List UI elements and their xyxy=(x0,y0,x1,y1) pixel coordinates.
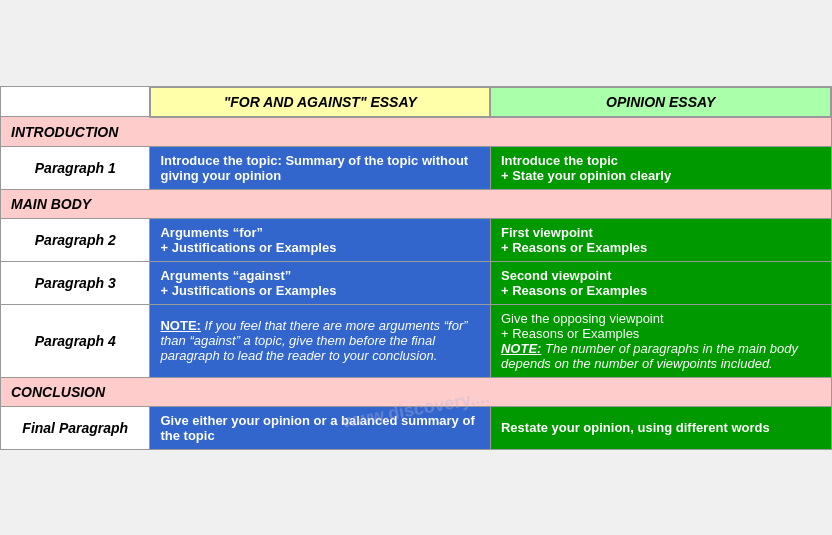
section-main-body: MAIN BODY xyxy=(1,189,832,218)
para-3-opinion-line1: Second viewpoint xyxy=(501,268,612,283)
final-para-opinion: Restate your opinion, using different wo… xyxy=(490,406,831,449)
para-1-opinion-line2: + State your opinion clearly xyxy=(501,168,671,183)
para-2-for-line2: + Justifications or Examples xyxy=(160,240,336,255)
conclusion-label: CONCLUSION xyxy=(1,377,832,406)
para-4-for-note-label: NOTE: xyxy=(160,318,200,333)
paragraph-3-row: Paragraph 3 Arguments “against” + Justif… xyxy=(1,261,832,304)
para-3-for-line1: Arguments “against” xyxy=(160,268,291,283)
para-4-opinion-line2: + Reasons or Examples xyxy=(501,326,639,341)
para-3-for-line2: + Justifications or Examples xyxy=(160,283,336,298)
main-body-label: MAIN BODY xyxy=(1,189,832,218)
para-1-opinion: Introduce the topic + State your opinion… xyxy=(490,146,831,189)
essay-comparison-table: "FOR AND AGAINST" ESSAY OPINION ESSAY IN… xyxy=(0,86,832,450)
para-3-label: Paragraph 3 xyxy=(1,261,150,304)
paragraph-4-row: Paragraph 4 NOTE: If you feel that there… xyxy=(1,304,832,377)
para-3-for: Arguments “against” + Justifications or … xyxy=(150,261,491,304)
para-1-label: Paragraph 1 xyxy=(1,146,150,189)
para-3-opinion: Second viewpoint + Reasons or Examples xyxy=(490,261,831,304)
introduction-label: INTRODUCTION xyxy=(1,117,832,147)
para-2-opinion-line2: + Reasons or Examples xyxy=(501,240,647,255)
para-4-for: NOTE: If you feel that there are more ar… xyxy=(150,304,491,377)
para-2-for: Arguments “for” + Justifications or Exam… xyxy=(150,218,491,261)
para-4-label: Paragraph 4 xyxy=(1,304,150,377)
para-2-label: Paragraph 2 xyxy=(1,218,150,261)
para-2-opinion: First viewpoint + Reasons or Examples xyxy=(490,218,831,261)
para-1-for: Introduce the topic: Summary of the topi… xyxy=(150,146,491,189)
paragraph-2-row: Paragraph 2 Arguments “for” + Justificat… xyxy=(1,218,832,261)
section-introduction: INTRODUCTION xyxy=(1,117,832,147)
header-opinion: OPINION ESSAY xyxy=(490,87,831,117)
para-4-opinion-note-text: The number of paragraphs in the main bod… xyxy=(501,341,798,371)
header-for-against: "FOR AND AGAINST" ESSAY xyxy=(150,87,491,117)
para-4-opinion-note-label: NOTE: xyxy=(501,341,541,356)
para-1-opinion-line1: Introduce the topic xyxy=(501,153,618,168)
final-paragraph-row: Final Paragraph Give either your opinion… xyxy=(1,406,832,449)
para-4-opinion-line1: Give the opposing viewpoint xyxy=(501,311,664,326)
para-2-opinion-line1: First viewpoint xyxy=(501,225,593,240)
para-2-for-line1: Arguments “for” xyxy=(160,225,263,240)
final-para-for: Give either your opinion or a balanced s… xyxy=(150,406,491,449)
table-header-row: "FOR AND AGAINST" ESSAY OPINION ESSAY xyxy=(1,87,832,117)
para-4-opinion: Give the opposing viewpoint + Reasons or… xyxy=(490,304,831,377)
paragraph-1-row: Paragraph 1 Introduce the topic: Summary… xyxy=(1,146,832,189)
header-empty xyxy=(1,87,150,117)
section-conclusion: CONCLUSION xyxy=(1,377,832,406)
para-3-opinion-line2: + Reasons or Examples xyxy=(501,283,647,298)
final-para-label: Final Paragraph xyxy=(1,406,150,449)
para-4-for-note-text: If you feel that there are more argument… xyxy=(160,318,467,363)
